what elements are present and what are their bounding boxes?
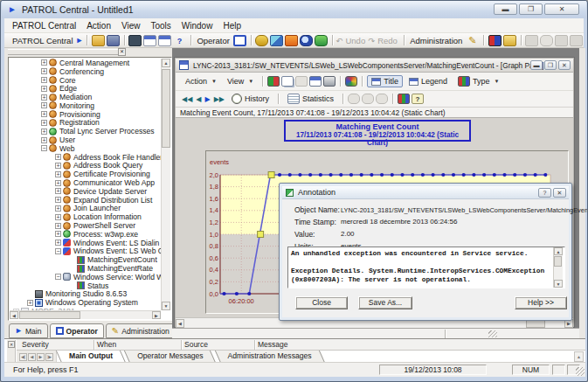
history-button[interactable]: History — [227, 92, 273, 106]
tree-item[interactable]: +Conferencing — [10, 67, 161, 76]
data-point[interactable] — [502, 173, 506, 177]
output-tab-administration-messages[interactable]: Administration Messages — [216, 351, 324, 363]
tree-item[interactable]: +Windows Operating System — [10, 298, 161, 307]
explorer-tab-administration[interactable]: ✎Administration — [106, 323, 176, 338]
tab-first-icon[interactable]: ◀| — [19, 353, 27, 361]
tree-item[interactable]: +Communicator Web App — [10, 178, 161, 187]
expand-icon[interactable]: + — [41, 59, 47, 66]
pane-drag-bar[interactable]: ✕ — [8, 49, 126, 55]
expand-icon[interactable]: + — [41, 120, 47, 126]
tree-item[interactable]: +Central Management — [10, 59, 161, 67]
dialog-close-icon[interactable]: ✕ — [553, 188, 566, 198]
export-icon[interactable] — [309, 76, 322, 87]
copy-icon[interactable] — [281, 76, 294, 87]
pencil-icon[interactable]: ✎ — [466, 35, 479, 46]
output-column-when[interactable]: When — [97, 340, 116, 349]
collapse-icon[interactable]: − — [55, 274, 61, 280]
tree-horizontal-scrollbar[interactable]: ◀ ▶ — [10, 310, 161, 319]
menu-item-view[interactable]: View — [116, 20, 146, 31]
data-point[interactable] — [319, 173, 322, 177]
tree-item[interactable]: −Windows Service: World Wide Web — [10, 273, 161, 281]
output-column-message[interactable]: Message — [258, 340, 288, 349]
maximize-button[interactable]: ❐ — [519, 3, 543, 15]
operator-toolbar-label[interactable]: Operator — [197, 36, 230, 45]
menu-item-help[interactable]: Help — [218, 20, 246, 31]
scroll-down-icon[interactable]: ▼ — [554, 280, 563, 288]
data-point[interactable] — [534, 173, 537, 177]
column-separator[interactable] — [93, 340, 94, 350]
tree-item[interactable]: +Edge — [10, 84, 161, 93]
scroll-up-icon[interactable]: ▲ — [162, 59, 170, 67]
explorer-tab-operator[interactable]: Operator — [50, 323, 104, 338]
console-icon[interactable] — [128, 35, 142, 46]
tab-last-icon[interactable]: |▶ — [45, 353, 53, 361]
tree-item[interactable]: +Certificate Provisioning — [10, 170, 161, 178]
tree-item[interactable]: +Location Information — [10, 212, 161, 221]
expand-icon[interactable]: + — [55, 214, 61, 220]
output-column-severity[interactable]: Severity — [22, 340, 49, 349]
save-as-button[interactable]: Save As... — [358, 296, 412, 309]
view-chart-icon[interactable] — [158, 35, 171, 46]
output-scroll-stub[interactable]: ▲ — [574, 351, 584, 362]
scroll-right-icon[interactable]: ▶ — [152, 311, 161, 319]
graph-pane-title-bar[interactable]: LYNC-2013_3181:/SW_NTEVENTS/LSWeb_LSWebC… — [176, 59, 573, 73]
data-point[interactable] — [288, 173, 292, 177]
annotation-message[interactable]: An unhandled exception was encountered i… — [287, 247, 565, 288]
tree-item[interactable]: +Mediation — [10, 93, 161, 101]
expand-icon[interactable]: + — [55, 197, 61, 203]
output-tab-main-output[interactable]: Main Output — [57, 351, 125, 363]
output-column-source[interactable]: Source — [184, 340, 208, 349]
column-separator[interactable] — [254, 340, 255, 350]
data-point[interactable] — [513, 173, 516, 177]
pane-close-icon[interactable]: ✕ — [118, 48, 126, 56]
save-icon[interactable] — [107, 35, 120, 46]
expand-icon[interactable]: + — [41, 68, 47, 74]
annotation-scrollbar[interactable]: ▲ ▼ — [553, 247, 563, 288]
help-icon[interactable]: ? — [412, 94, 424, 104]
km-flag-icon[interactable] — [488, 35, 502, 46]
color-settings-icon[interactable] — [345, 76, 357, 87]
data-point[interactable] — [472, 173, 475, 177]
object-tree[interactable]: +Central Management+Conferencing+Core+Ed… — [8, 57, 172, 321]
expand-icon[interactable]: + — [55, 223, 61, 229]
data-point[interactable] — [411, 173, 414, 177]
data-point[interactable] — [523, 173, 527, 177]
collapse-icon[interactable]: − — [55, 248, 61, 254]
expand-icon[interactable]: + — [41, 77, 47, 83]
key-icon[interactable] — [255, 35, 268, 46]
patrol-arrow-icon[interactable]: ► — [76, 36, 84, 45]
window-resize-grip[interactable] — [576, 367, 585, 376]
scroll-down-icon[interactable]: ▼ — [162, 302, 170, 310]
data-point[interactable] — [431, 173, 434, 177]
data-point[interactable] — [360, 173, 363, 177]
output-close-icon[interactable]: ✕ — [8, 341, 15, 348]
collapse-icon[interactable]: − — [41, 145, 47, 151]
data-point[interactable] — [329, 173, 332, 177]
tree-item[interactable]: +Registration — [10, 119, 161, 128]
tree-item[interactable]: −Windows Event: LS Web Compone — [10, 247, 161, 256]
expand-icon[interactable]: + — [55, 171, 61, 177]
search-icon[interactable] — [300, 35, 313, 46]
print-icon[interactable] — [323, 76, 336, 87]
expand-icon[interactable]: + — [55, 231, 61, 237]
close-button[interactable]: ✕ — [544, 3, 579, 15]
expand-icon[interactable]: + — [41, 102, 47, 108]
next-page-icon[interactable]: ▶ — [204, 95, 210, 103]
patrol-central-toolbar-label[interactable]: PATROL Central — [12, 36, 73, 45]
dialog-help-icon[interactable]: ? — [538, 188, 551, 198]
tree-item[interactable]: +Provisioning — [10, 110, 161, 119]
graph-style-icon[interactable] — [398, 94, 410, 104]
annotation-flag-icon[interactable] — [268, 172, 274, 178]
data-point[interactable] — [222, 292, 225, 295]
data-point[interactable] — [441, 173, 445, 177]
expand-icon[interactable]: + — [55, 188, 61, 194]
data-point[interactable] — [339, 173, 342, 177]
tree-item[interactable]: +Process: w3wp.exe — [10, 230, 161, 239]
menu-item-patrol-central[interactable]: PATROL Central — [7, 20, 81, 31]
menu-item-tools[interactable]: Tools — [145, 20, 176, 31]
expand-icon[interactable]: + — [55, 163, 61, 169]
administration-toolbar-label[interactable]: Administration — [410, 36, 462, 45]
minimize-button[interactable]: ▬ — [494, 3, 517, 15]
expand-icon[interactable]: + — [41, 128, 47, 135]
data-point[interactable] — [370, 173, 373, 177]
